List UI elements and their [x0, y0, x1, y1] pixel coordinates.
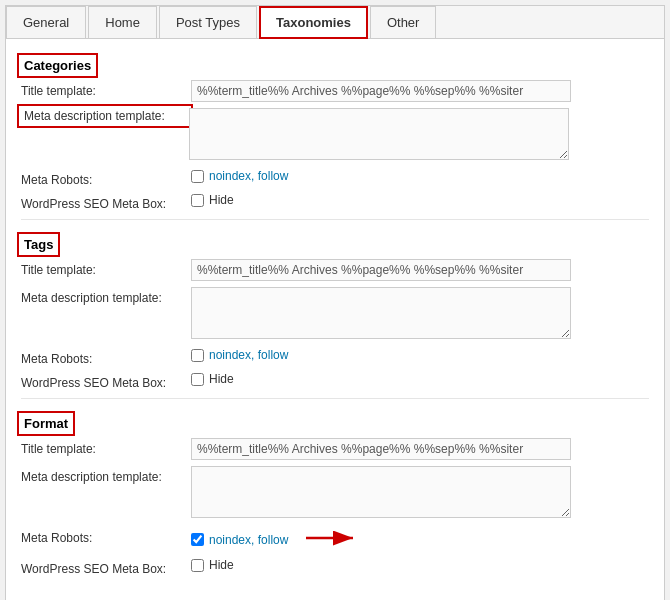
format-title-input[interactable] — [191, 438, 571, 460]
tab-bar: General Home Post Types Taxonomies Other — [6, 6, 664, 39]
format-meta-desc-row: Meta description template: — [21, 466, 649, 521]
format-meta-robots-text: noindex, follow — [209, 533, 288, 547]
tags-title-label: Title template: — [21, 259, 191, 277]
tags-title-row: Title template: — [21, 259, 649, 281]
categories-wp-seo-value: Hide — [191, 193, 649, 207]
tags-title-value — [191, 259, 649, 281]
categories-title-value — [191, 80, 649, 102]
categories-meta-desc-value — [189, 108, 649, 163]
categories-title-input[interactable] — [191, 80, 571, 102]
categories-section: Categories Title template: Meta descript… — [21, 49, 649, 211]
tags-wp-seo-label: WordPress SEO Meta Box: — [21, 372, 191, 390]
categories-meta-robots-value: noindex, follow — [191, 169, 649, 183]
tags-meta-robots-label: Meta Robots: — [21, 348, 191, 366]
format-title-row: Title template: — [21, 438, 649, 460]
tags-meta-desc-row: Meta description template: — [21, 287, 649, 342]
format-wp-seo-label: WordPress SEO Meta Box: — [21, 558, 191, 576]
categories-meta-desc-row: Meta description template: — [21, 108, 649, 163]
divider-2 — [21, 398, 649, 399]
format-meta-robots-row: Meta Robots: noindex, follow — [21, 527, 649, 552]
format-section: Format Title template: Meta description … — [21, 407, 649, 576]
format-wp-seo-text: Hide — [209, 558, 234, 572]
tags-meta-desc-input[interactable] — [191, 287, 571, 339]
format-meta-desc-label: Meta description template: — [21, 466, 191, 484]
tags-meta-robots-value: noindex, follow — [191, 348, 649, 362]
tab-taxonomies[interactable]: Taxonomies — [259, 6, 368, 39]
tab-home[interactable]: Home — [88, 6, 157, 38]
tags-meta-desc-value — [191, 287, 649, 342]
tab-general[interactable]: General — [6, 6, 86, 38]
categories-wp-seo-row: WordPress SEO Meta Box: Hide — [21, 193, 649, 211]
categories-header: Categories — [21, 57, 94, 74]
format-meta-robots-label: Meta Robots: — [21, 527, 191, 545]
categories-meta-robots-checkbox[interactable] — [191, 170, 204, 183]
categories-title-row: Title template: — [21, 80, 649, 102]
tags-wp-seo-checkbox[interactable] — [191, 373, 204, 386]
tags-meta-robots-row: Meta Robots: noindex, follow — [21, 348, 649, 366]
tab-other[interactable]: Other — [370, 6, 437, 38]
format-wp-seo-row: WordPress SEO Meta Box: Hide — [21, 558, 649, 576]
categories-title-label: Title template: — [21, 80, 191, 98]
format-meta-robots-checkbox[interactable] — [191, 533, 204, 546]
content-area: Categories Title template: Meta descript… — [6, 39, 664, 592]
format-meta-desc-input[interactable] — [191, 466, 571, 518]
format-header: Format — [21, 415, 71, 432]
tags-wp-seo-value: Hide — [191, 372, 649, 386]
categories-wp-seo-text: Hide — [209, 193, 234, 207]
format-title-value — [191, 438, 649, 460]
tags-meta-robots-text: noindex, follow — [209, 348, 288, 362]
format-meta-robots-value: noindex, follow — [191, 527, 649, 552]
tags-section: Tags Title template: Meta description te… — [21, 228, 649, 390]
format-title-label: Title template: — [21, 438, 191, 456]
format-wp-seo-value: Hide — [191, 558, 649, 572]
categories-meta-robots-row: Meta Robots: noindex, follow — [21, 169, 649, 187]
categories-meta-robots-label: Meta Robots: — [21, 169, 191, 187]
tags-wp-seo-row: WordPress SEO Meta Box: Hide — [21, 372, 649, 390]
main-container: General Home Post Types Taxonomies Other… — [5, 5, 665, 600]
categories-meta-desc-label: Meta description template: — [21, 108, 189, 124]
divider-1 — [21, 219, 649, 220]
format-meta-desc-value — [191, 466, 649, 521]
red-arrow-icon — [301, 527, 361, 552]
categories-wp-seo-checkbox[interactable] — [191, 194, 204, 207]
tab-post-types[interactable]: Post Types — [159, 6, 257, 38]
categories-meta-robots-text: noindex, follow — [209, 169, 288, 183]
tags-header: Tags — [21, 236, 56, 253]
tags-title-input[interactable] — [191, 259, 571, 281]
tags-wp-seo-text: Hide — [209, 372, 234, 386]
categories-meta-desc-input[interactable] — [189, 108, 569, 160]
categories-wp-seo-label: WordPress SEO Meta Box: — [21, 193, 191, 211]
tags-meta-desc-label: Meta description template: — [21, 287, 191, 305]
tags-meta-robots-checkbox[interactable] — [191, 349, 204, 362]
format-wp-seo-checkbox[interactable] — [191, 559, 204, 572]
